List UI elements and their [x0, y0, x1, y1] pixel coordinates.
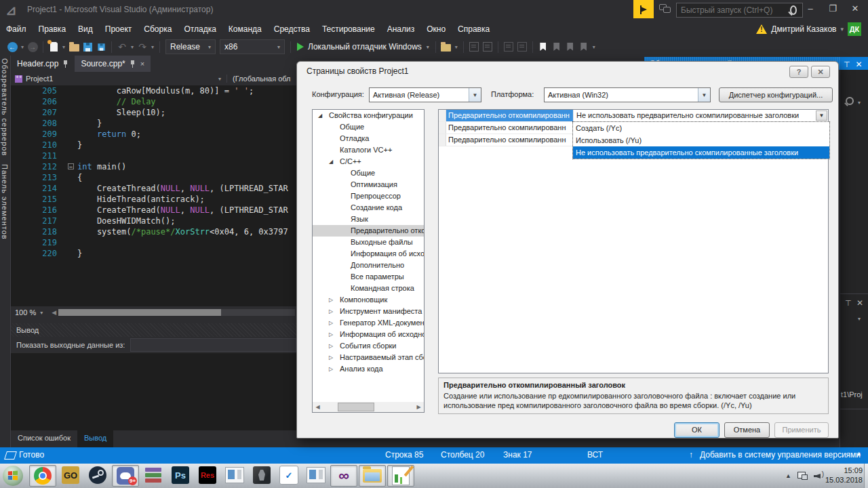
tree-item[interactable]: ◢C/C++ [313, 156, 424, 167]
server-explorer-tab[interactable]: Обозреватель серверов [1, 58, 9, 156]
dialog-close-button[interactable]: ✕ [811, 66, 830, 78]
close-icon[interactable]: × [140, 60, 144, 68]
redo-button[interactable]: ↷ [136, 40, 149, 54]
code-line[interactable]: 209 return 0; [11, 129, 296, 140]
show-desktop-button[interactable] [864, 464, 868, 488]
code-line[interactable]: 205 caRow[Modulus(m, 80)] = ' '; [11, 85, 296, 96]
quick-launch-input[interactable] [677, 5, 790, 15]
code-line[interactable]: 210} [11, 140, 296, 150]
toolbox-tab[interactable]: Панель элементов [1, 164, 9, 240]
tree-item[interactable]: ◢Свойства конфигурации [313, 110, 424, 121]
tree-item[interactable]: ▷Настраиваемый этап сбо [313, 352, 424, 363]
collapse-arrow-icon[interactable]: ◢ [329, 156, 333, 167]
save-all-button[interactable] [94, 40, 108, 54]
panel-tab[interactable]: Список ошибок [11, 430, 77, 447]
csgo-game-taskbar-button[interactable]: GO [58, 465, 83, 485]
project-dropdown[interactable]: Project1 ▾ [11, 75, 226, 83]
configuration-manager-button[interactable]: Диспетчер конфигураций... [719, 87, 833, 102]
restore-button[interactable]: ❐ [823, 1, 843, 16]
expand-arrow-icon[interactable]: ▷ [329, 352, 333, 363]
comment-button[interactable] [467, 40, 481, 54]
uncomment-button[interactable] [481, 40, 494, 54]
code-line[interactable]: 218 system(/*pause*/XorStrr<0x04, 6, 0x3… [11, 226, 296, 237]
tree-item[interactable]: Предварительно отко [313, 225, 424, 237]
notifications-flag-button[interactable] [633, 0, 654, 18]
document-viewer-taskbar-button[interactable] [303, 465, 329, 485]
editor-tab[interactable]: Source.cpp*× [75, 56, 151, 72]
discord-taskbar-button[interactable]: 9+ [112, 465, 139, 487]
platform-select[interactable]: Активная (Win32)▼ [544, 87, 711, 102]
new-file-button[interactable] [47, 40, 60, 54]
windows-explorer-taskbar-button[interactable] [359, 465, 386, 487]
find-in-files-button[interactable] [439, 40, 453, 54]
configuration-select[interactable]: Активная (Release)▼ [369, 87, 481, 102]
tree-item[interactable]: Создание кода [313, 202, 424, 214]
menu-item[interactable]: Анализ [381, 22, 421, 37]
close-icon[interactable]: ✕ [856, 60, 863, 69]
code-line[interactable]: 212int main() [11, 161, 296, 172]
user-avatar-badge[interactable]: ДК [848, 22, 861, 36]
visual-studio-taskbar-button[interactable]: ∞ [330, 465, 357, 487]
tree-item[interactable]: Дополнительно [313, 260, 424, 271]
resident-evil-taskbar-button[interactable]: Res [195, 465, 220, 485]
menu-item[interactable]: Файл [0, 22, 33, 37]
code-editor[interactable]: 205 caRow[Modulus(m, 80)] = ' ';206 // D… [11, 85, 296, 306]
undo-button[interactable]: ↶ [115, 40, 129, 54]
menu-item[interactable]: Тестирование [316, 22, 381, 37]
output-panel-body[interactable] [11, 353, 296, 430]
configuration-combo[interactable]: Release▾ [165, 39, 216, 54]
close-button[interactable]: ✕ [845, 1, 865, 16]
expand-arrow-icon[interactable]: ▷ [329, 306, 333, 317]
cs16-game-taskbar-button[interactable] [249, 465, 275, 485]
cancel-button[interactable]: Отмена [724, 422, 770, 438]
toggle-bookmark-button[interactable] [536, 40, 550, 54]
tree-item[interactable]: Отладка [313, 133, 424, 144]
menu-item[interactable]: Средства [268, 22, 316, 37]
chevron-down-icon[interactable]: ▾ [858, 100, 861, 106]
dropdown-item[interactable]: Не использовать предварительно скомпилир… [573, 146, 829, 159]
expand-arrow-icon[interactable]: ▷ [329, 294, 333, 306]
zoom-level[interactable]: 100 % [11, 308, 40, 317]
task-checker-taskbar-button[interactable]: ✓ [276, 465, 302, 485]
chevron-down-icon[interactable]: ▾ [19, 44, 26, 50]
expand-arrow-icon[interactable]: ▷ [329, 340, 333, 352]
menu-item[interactable]: Вид [72, 22, 99, 37]
scope-dropdown[interactable]: (Глобальная обл [226, 75, 291, 83]
property-value[interactable]: Не использовать предварительно скомпилир… [574, 110, 828, 121]
tree-item[interactable]: ▷Анализ кода [313, 363, 424, 375]
menu-item[interactable]: Отладка [178, 22, 222, 37]
menu-item[interactable]: Сборка [138, 22, 178, 37]
dropdown-item[interactable]: Использовать (/Yu) [573, 134, 829, 146]
property-row[interactable]: Предварительно откомпилированнНе использ… [439, 110, 828, 122]
tree-item[interactable]: Общие [313, 121, 424, 133]
network-icon[interactable] [797, 472, 808, 480]
code-line[interactable]: 206 // Delay [11, 96, 296, 107]
start-button[interactable] [3, 466, 23, 486]
output-panel-header[interactable]: Вывод [11, 323, 296, 337]
steam-taskbar-button[interactable] [85, 465, 111, 485]
chevron-up-icon[interactable]: ▲ [856, 450, 862, 457]
tree-item[interactable]: Командная строка [313, 283, 424, 294]
clear-bookmarks-button[interactable] [577, 40, 591, 54]
tree-item[interactable]: Общие [313, 167, 424, 179]
tree-item[interactable]: Все параметры [313, 271, 424, 283]
code-line[interactable]: 208 } [11, 118, 296, 129]
quick-launch-box[interactable] [676, 3, 803, 18]
code-line[interactable]: 217 DoesHWIDMatch(); [11, 216, 296, 226]
expand-arrow-icon[interactable]: ▷ [329, 329, 333, 340]
code-line[interactable]: 215 HideThread(anticrack); [11, 194, 296, 205]
menu-item[interactable]: Правка [33, 22, 73, 37]
tree-horizontal-scrollbar[interactable]: ◀ ▶ [313, 402, 424, 412]
increase-indent-button[interactable] [515, 40, 529, 54]
tree-item[interactable]: Препроцессор [313, 190, 424, 202]
code-line[interactable]: 220} [11, 248, 296, 259]
save-button[interactable] [81, 40, 94, 54]
horizontal-scrollbar[interactable] [58, 309, 295, 316]
source-control-link[interactable]: Добавить в систему управления версиями [700, 450, 861, 460]
dropdown-item[interactable]: Создать (/Yc) [573, 122, 829, 134]
next-bookmark-button[interactable] [564, 40, 577, 54]
speaker-icon[interactable] [814, 472, 823, 480]
code-line[interactable]: 219 [11, 237, 296, 248]
scrollbar-thumb[interactable] [58, 309, 221, 316]
chevron-down-icon[interactable]: ▾ [453, 44, 460, 50]
